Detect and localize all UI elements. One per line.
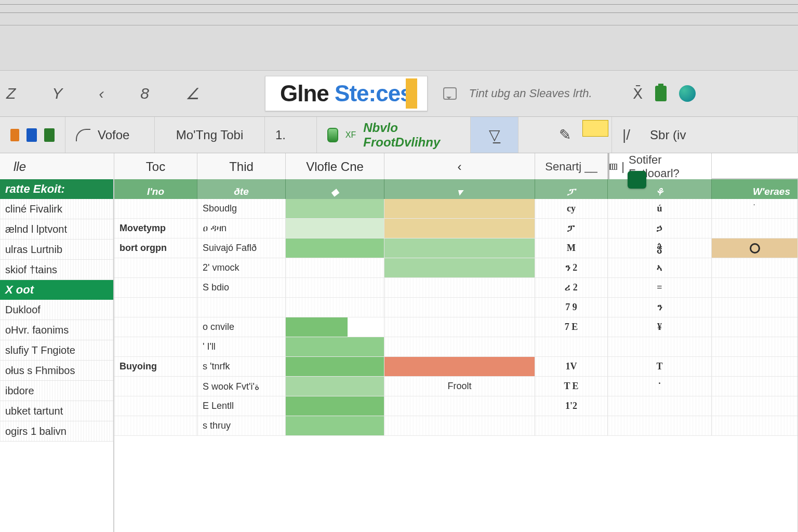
grid-cell[interactable]: ፓ	[535, 219, 608, 238]
sidebar-item[interactable]: ubket tartunt	[0, 401, 113, 421]
grid-cell[interactable]	[712, 219, 798, 238]
grid-cell[interactable]: =	[608, 278, 712, 298]
sidebar-item[interactable]: ogirs 1 balivn	[0, 421, 113, 442]
shape-green-icon[interactable]	[44, 128, 55, 142]
grid-cell[interactable]	[286, 337, 384, 357]
grid-cell[interactable]	[286, 377, 384, 396]
grid-cell[interactable]	[712, 278, 798, 298]
ribbon-group-last[interactable]: |/ Sbr (iv	[612, 117, 798, 153]
grid-cell[interactable]	[114, 317, 197, 337]
grid-cell[interactable]	[384, 199, 535, 219]
grid-cell[interactable]	[114, 396, 197, 416]
grid-cell[interactable]	[712, 258, 798, 278]
colhead-name[interactable]: lle	[0, 153, 114, 180]
grid-cell[interactable]	[712, 396, 798, 416]
colhead-vlofle[interactable]: Vlofle Cne	[286, 153, 384, 180]
grid-cell[interactable]: 1V	[535, 357, 608, 377]
grid-cell[interactable]	[286, 317, 384, 337]
grid-cell[interactable]	[384, 278, 535, 298]
grid-cell[interactable]	[384, 396, 535, 416]
grid-cell[interactable]	[384, 258, 535, 278]
grid-cell[interactable]: o cnvile	[197, 317, 286, 337]
grid-cell[interactable]	[712, 357, 798, 377]
grid-cell[interactable]	[608, 416, 712, 436]
sidebar-item[interactable]: skiof †tains	[0, 260, 113, 280]
grid-cell[interactable]	[608, 396, 712, 416]
grid-cell[interactable]: M	[535, 238, 608, 258]
qa-glyph[interactable]: ‹	[99, 85, 104, 102]
grid-cell[interactable]	[286, 238, 384, 258]
grid-cell[interactable]: 7 E	[535, 317, 608, 337]
grid-cell[interactable]: ሪ 2	[535, 278, 608, 298]
grid-cell[interactable]: ˙	[608, 377, 712, 396]
grid-cell[interactable]	[712, 317, 798, 337]
ribbon-group-active[interactable]: ▽̲	[471, 117, 518, 153]
colhead-thid[interactable]: Thid	[197, 153, 286, 180]
grid-cell[interactable]: s thruy	[197, 416, 286, 436]
grid-cell[interactable]: Buyoing	[114, 357, 197, 377]
grid-cell[interactable]: S wook Fvt'i'ة	[197, 377, 286, 396]
data-grid[interactable]: I'no ðte ◆ ▾ ፓ ⚘ W'eraes Sboudlgcyú˙Move…	[114, 179, 798, 532]
ribbon-group-notes[interactable]: ✎	[518, 117, 612, 153]
grid-cell[interactable]	[197, 298, 286, 317]
grid-cell[interactable]: T E	[535, 377, 608, 396]
sidebar-item[interactable]: ulras Lurtnib	[0, 240, 113, 260]
grid-cell[interactable]: ' I'll	[197, 337, 286, 357]
grid-cell[interactable]	[114, 199, 197, 219]
grid-cell[interactable]	[608, 337, 712, 357]
grid-cell[interactable]	[712, 238, 798, 258]
grid-cell[interactable]: T	[608, 357, 712, 377]
sidebar-item[interactable]: oHvr. faonims	[0, 320, 113, 340]
colhead-toc[interactable]: Toc	[114, 153, 197, 180]
sidebar-item[interactable]: ołus s Fhmibos	[0, 361, 113, 381]
grid-cell[interactable]: cy	[535, 199, 608, 219]
grid-cell[interactable]	[286, 298, 384, 317]
floating-chip-icon[interactable]	[628, 171, 646, 189]
qa-glyph[interactable]: 8	[140, 85, 149, 102]
search-hint[interactable]: Tint ubg an Sleaves lrth.	[469, 87, 592, 100]
sidebar-item[interactable]: slufiy T Fngiote	[0, 340, 113, 361]
qa-glyph[interactable]: Z	[6, 85, 16, 102]
grid-cell[interactable]	[114, 377, 197, 396]
ribbon-group-shapes[interactable]	[0, 117, 65, 153]
grid-cell[interactable]: ን	[608, 298, 712, 317]
ribbon-group-froot[interactable]: XF Nbvlo FrootDvlihny	[317, 117, 471, 153]
grid-cell[interactable]	[114, 258, 197, 278]
shape-orange-icon[interactable]	[10, 129, 19, 141]
grid-cell[interactable]: E Lentll	[197, 396, 286, 416]
colhead-sort[interactable]: | Sotifer Fatlooarl?	[608, 153, 712, 180]
sidebar-item[interactable]: cliné Fivalirk	[0, 199, 113, 219]
grid-cell[interactable]: S bdio	[197, 278, 286, 298]
colhead-prev[interactable]: ‹	[384, 153, 535, 180]
grid-cell[interactable]	[286, 258, 384, 278]
grid-cell[interactable]	[286, 199, 384, 219]
grid-cell[interactable]	[384, 317, 535, 337]
grid-cell[interactable]: ኣ	[608, 258, 712, 278]
qa-glyph[interactable]: ∠	[185, 85, 200, 103]
grid-cell[interactable]	[286, 416, 384, 436]
grid-cell[interactable]: ¥	[608, 317, 712, 337]
sidebar-item[interactable]: ælnd l lptvont	[0, 219, 113, 240]
ribbon-group-one[interactable]: 1.	[265, 117, 317, 153]
grid-cell[interactable]	[114, 416, 197, 436]
comment-icon[interactable]	[443, 87, 457, 100]
grid-cell[interactable]: ˙	[712, 199, 798, 219]
qa-glyph[interactable]: Y	[52, 85, 62, 102]
grid-cell[interactable]: ን 2	[535, 258, 608, 278]
grid-cell[interactable]	[712, 298, 798, 317]
grid-cell[interactable]	[114, 337, 197, 357]
grid-cell[interactable]: 1'2	[535, 396, 608, 416]
grid-cell[interactable]	[535, 416, 608, 436]
grid-cell[interactable]: bort orgpn	[114, 238, 197, 258]
sidebar-item[interactable]: ibdore	[0, 381, 113, 401]
sidebar-item[interactable]: Dukloof	[0, 300, 113, 320]
grid-cell[interactable]: ჭ	[608, 238, 712, 258]
grid-cell[interactable]: ኃ	[608, 219, 712, 238]
grid-cell[interactable]: Suivajó Faflð	[197, 238, 286, 258]
grid-cell[interactable]: ú	[608, 199, 712, 219]
overline-x-icon[interactable]: X̄	[633, 85, 643, 102]
grid-cell[interactable]	[535, 337, 608, 357]
grid-cell[interactable]	[286, 278, 384, 298]
grid-cell[interactable]: Sboudlg	[197, 199, 286, 219]
grid-cell[interactable]	[384, 357, 535, 377]
